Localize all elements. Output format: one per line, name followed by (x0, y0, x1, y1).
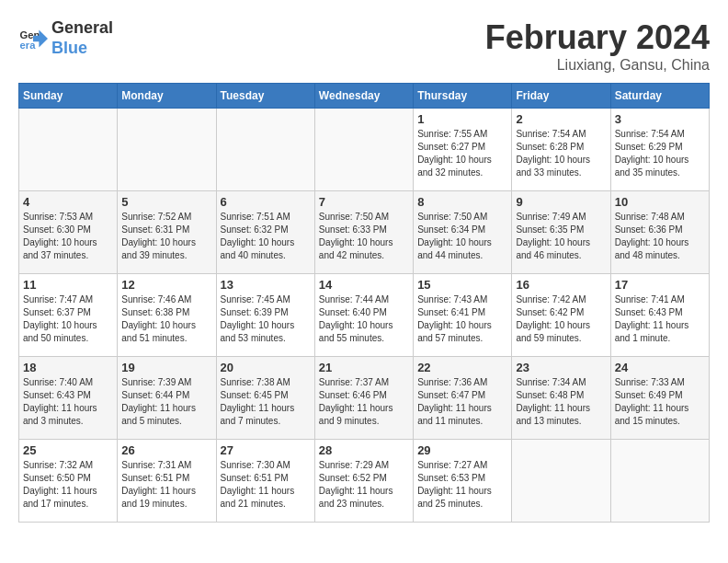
day-info: Sunrise: 7:43 AM Sunset: 6:41 PM Dayligh… (417, 293, 507, 345)
table-row: 6Sunrise: 7:51 AM Sunset: 6:32 PM Daylig… (216, 191, 314, 274)
table-row: 12Sunrise: 7:46 AM Sunset: 6:38 PM Dayli… (118, 274, 216, 357)
table-row: 9Sunrise: 7:49 AM Sunset: 6:35 PM Daylig… (512, 191, 610, 274)
table-row: 10Sunrise: 7:48 AM Sunset: 6:36 PM Dayli… (610, 191, 709, 274)
day-info: Sunrise: 7:27 AM Sunset: 6:53 PM Dayligh… (417, 459, 507, 511)
logo: Gen era General Blue (18, 18, 113, 58)
day-info: Sunrise: 7:32 AM Sunset: 6:50 PM Dayligh… (23, 459, 113, 511)
table-row: 1Sunrise: 7:55 AM Sunset: 6:27 PM Daylig… (414, 109, 512, 191)
day-info: Sunrise: 7:39 AM Sunset: 6:44 PM Dayligh… (121, 376, 211, 428)
table-row: 7Sunrise: 7:50 AM Sunset: 6:33 PM Daylig… (314, 191, 413, 274)
table-row: 17Sunrise: 7:41 AM Sunset: 6:43 PM Dayli… (610, 274, 709, 357)
day-info: Sunrise: 7:54 AM Sunset: 6:28 PM Dayligh… (516, 128, 606, 179)
table-row (314, 109, 413, 191)
day-number: 26 (121, 443, 211, 457)
day-info: Sunrise: 7:41 AM Sunset: 6:43 PM Dayligh… (615, 293, 705, 345)
day-number: 4 (23, 195, 113, 209)
day-number: 17 (615, 278, 705, 292)
table-row: 13Sunrise: 7:45 AM Sunset: 6:39 PM Dayli… (216, 274, 314, 357)
table-row: 21Sunrise: 7:37 AM Sunset: 6:46 PM Dayli… (314, 357, 413, 440)
day-number: 19 (121, 361, 211, 374)
table-row: 24Sunrise: 7:33 AM Sunset: 6:49 PM Dayli… (610, 357, 709, 440)
logo-icon: Gen era (18, 24, 48, 53)
day-number: 5 (121, 195, 211, 209)
table-row: 5Sunrise: 7:52 AM Sunset: 6:31 PM Daylig… (118, 191, 216, 274)
day-number: 25 (23, 443, 113, 457)
calendar-week-row: 11Sunrise: 7:47 AM Sunset: 6:37 PM Dayli… (19, 274, 710, 357)
table-row (118, 109, 216, 191)
weekday-header-sunday: Sunday (19, 84, 118, 109)
location-title: Liuxiang, Gansu, China (485, 57, 710, 74)
day-info: Sunrise: 7:34 AM Sunset: 6:48 PM Dayligh… (516, 376, 606, 428)
table-row: 8Sunrise: 7:50 AM Sunset: 6:34 PM Daylig… (414, 191, 512, 274)
table-row: 3Sunrise: 7:54 AM Sunset: 6:29 PM Daylig… (610, 109, 709, 191)
day-number: 3 (615, 112, 705, 126)
day-info: Sunrise: 7:52 AM Sunset: 6:31 PM Dayligh… (121, 211, 211, 262)
day-info: Sunrise: 7:30 AM Sunset: 6:51 PM Dayligh… (221, 459, 311, 511)
day-number: 2 (516, 112, 606, 126)
table-row: 15Sunrise: 7:43 AM Sunset: 6:41 PM Dayli… (414, 274, 512, 357)
day-number: 9 (516, 195, 606, 209)
day-number: 6 (221, 195, 311, 209)
day-info: Sunrise: 7:49 AM Sunset: 6:35 PM Dayligh… (516, 211, 606, 262)
table-row: 29Sunrise: 7:27 AM Sunset: 6:53 PM Dayli… (414, 440, 512, 523)
weekday-header-tuesday: Tuesday (216, 84, 314, 109)
weekday-header-monday: Monday (118, 84, 216, 109)
day-info: Sunrise: 7:47 AM Sunset: 6:37 PM Dayligh… (23, 293, 113, 345)
day-info: Sunrise: 7:48 AM Sunset: 6:36 PM Dayligh… (615, 211, 705, 262)
day-info: Sunrise: 7:29 AM Sunset: 6:52 PM Dayligh… (319, 459, 409, 511)
calendar-week-row: 18Sunrise: 7:40 AM Sunset: 6:43 PM Dayli… (19, 357, 710, 440)
table-row (512, 440, 610, 523)
weekday-header-wednesday: Wednesday (314, 84, 413, 109)
day-number: 1 (417, 112, 507, 126)
table-row: 14Sunrise: 7:44 AM Sunset: 6:40 PM Dayli… (314, 274, 413, 357)
table-row: 27Sunrise: 7:30 AM Sunset: 6:51 PM Dayli… (216, 440, 314, 523)
day-number: 13 (221, 278, 311, 292)
table-row: 16Sunrise: 7:42 AM Sunset: 6:42 PM Dayli… (512, 274, 610, 357)
day-number: 10 (615, 195, 705, 209)
day-number: 16 (516, 278, 606, 292)
calendar-week-row: 1Sunrise: 7:55 AM Sunset: 6:27 PM Daylig… (19, 109, 710, 191)
table-row: 26Sunrise: 7:31 AM Sunset: 6:51 PM Dayli… (118, 440, 216, 523)
table-row: 4Sunrise: 7:53 AM Sunset: 6:30 PM Daylig… (19, 191, 118, 274)
table-row: 19Sunrise: 7:39 AM Sunset: 6:44 PM Dayli… (118, 357, 216, 440)
day-info: Sunrise: 7:38 AM Sunset: 6:45 PM Dayligh… (221, 376, 311, 428)
weekday-header-row: SundayMondayTuesdayWednesdayThursdayFrid… (19, 84, 710, 109)
table-row: 18Sunrise: 7:40 AM Sunset: 6:43 PM Dayli… (19, 357, 118, 440)
calendar-week-row: 4Sunrise: 7:53 AM Sunset: 6:30 PM Daylig… (19, 191, 710, 274)
day-number: 12 (121, 278, 211, 292)
day-info: Sunrise: 7:45 AM Sunset: 6:39 PM Dayligh… (221, 293, 311, 345)
day-info: Sunrise: 7:44 AM Sunset: 6:40 PM Dayligh… (319, 293, 409, 345)
day-info: Sunrise: 7:55 AM Sunset: 6:27 PM Dayligh… (417, 128, 507, 179)
day-info: Sunrise: 7:37 AM Sunset: 6:46 PM Dayligh… (319, 376, 409, 428)
calendar-week-row: 25Sunrise: 7:32 AM Sunset: 6:50 PM Dayli… (19, 440, 710, 523)
logo-blue: Blue (51, 39, 113, 59)
day-number: 15 (417, 278, 507, 292)
day-info: Sunrise: 7:51 AM Sunset: 6:32 PM Dayligh… (221, 211, 311, 262)
weekday-header-friday: Friday (512, 84, 610, 109)
table-row: 23Sunrise: 7:34 AM Sunset: 6:48 PM Dayli… (512, 357, 610, 440)
title-section: February 2024 Liuxiang, Gansu, China (485, 18, 710, 74)
day-number: 20 (221, 361, 311, 374)
day-number: 23 (516, 361, 606, 374)
month-title: February 2024 (485, 18, 710, 57)
day-info: Sunrise: 7:42 AM Sunset: 6:42 PM Dayligh… (516, 293, 606, 345)
day-info: Sunrise: 7:31 AM Sunset: 6:51 PM Dayligh… (121, 459, 211, 511)
day-number: 28 (319, 443, 409, 457)
day-info: Sunrise: 7:40 AM Sunset: 6:43 PM Dayligh… (23, 376, 113, 428)
table-row (610, 440, 709, 523)
day-number: 7 (319, 195, 409, 209)
day-info: Sunrise: 7:50 AM Sunset: 6:34 PM Dayligh… (417, 211, 507, 262)
day-info: Sunrise: 7:33 AM Sunset: 6:49 PM Dayligh… (615, 376, 705, 428)
day-number: 11 (23, 278, 113, 292)
table-row: 2Sunrise: 7:54 AM Sunset: 6:28 PM Daylig… (512, 109, 610, 191)
table-row: 28Sunrise: 7:29 AM Sunset: 6:52 PM Dayli… (314, 440, 413, 523)
day-info: Sunrise: 7:46 AM Sunset: 6:38 PM Dayligh… (121, 293, 211, 345)
table-row: 11Sunrise: 7:47 AM Sunset: 6:37 PM Dayli… (19, 274, 118, 357)
header: Gen era General Blue February 2024 Liuxi… (18, 18, 710, 74)
table-row: 20Sunrise: 7:38 AM Sunset: 6:45 PM Dayli… (216, 357, 314, 440)
table-row: 25Sunrise: 7:32 AM Sunset: 6:50 PM Dayli… (19, 440, 118, 523)
day-info: Sunrise: 7:50 AM Sunset: 6:33 PM Dayligh… (319, 211, 409, 262)
day-number: 29 (417, 443, 507, 457)
day-info: Sunrise: 7:53 AM Sunset: 6:30 PM Dayligh… (23, 211, 113, 262)
day-number: 8 (417, 195, 507, 209)
